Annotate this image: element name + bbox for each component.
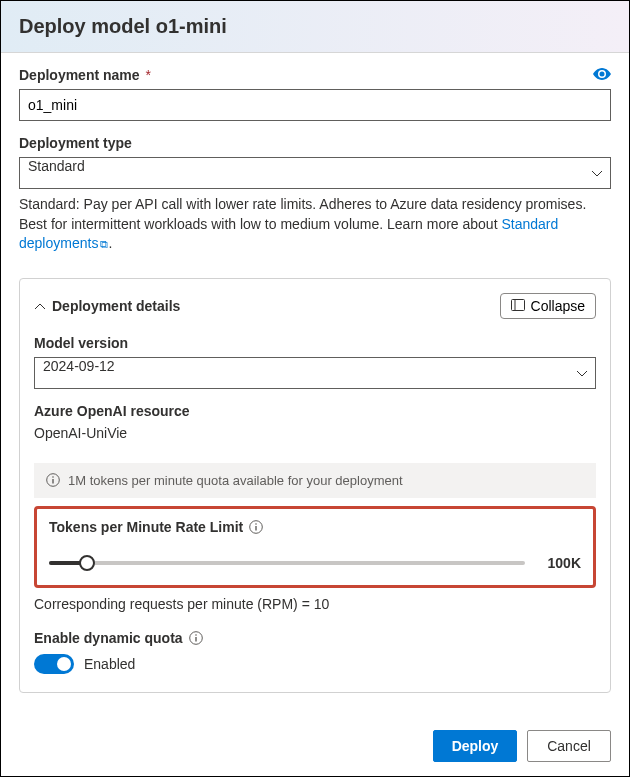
deployment-type-label: Deployment type <box>19 135 132 151</box>
quota-banner: 1M tokens per minute quota available for… <box>34 463 596 498</box>
collapse-icon <box>511 298 525 314</box>
dynamic-quota-toggle[interactable] <box>34 654 74 674</box>
rpm-text: Corresponding requests per minute (RPM) … <box>34 596 596 612</box>
chevron-up-icon <box>34 298 46 314</box>
dynamic-quota-field: Enable dynamic quota Enabled <box>34 630 596 674</box>
slider-thumb[interactable] <box>79 555 95 571</box>
model-version-field: Model version 2024-09-12 <box>34 335 596 389</box>
svg-rect-0 <box>511 299 524 310</box>
dialog-content: Deployment name * Deployment type Standa… <box>1 53 629 716</box>
svg-point-9 <box>195 634 197 636</box>
deployment-name-input[interactable] <box>19 89 611 121</box>
svg-point-3 <box>52 476 54 478</box>
visibility-icon[interactable] <box>593 67 611 83</box>
svg-rect-4 <box>52 479 53 484</box>
dialog-title: Deploy model o1-mini <box>19 15 611 38</box>
info-icon[interactable] <box>189 631 203 645</box>
rate-limit-slider[interactable] <box>49 561 525 565</box>
toggle-status: Enabled <box>84 656 135 672</box>
resource-field: Azure OpenAI resource OpenAI-UniVie <box>34 403 596 441</box>
deployment-details-card: Deployment details Collapse Model versio… <box>19 278 611 693</box>
resource-value: OpenAI-UniVie <box>34 425 596 441</box>
model-version-select[interactable]: 2024-09-12 <box>34 357 596 389</box>
deployment-type-field: Deployment type Standard Standard: Pay p… <box>19 135 611 254</box>
rate-limit-value: 100K <box>539 555 581 571</box>
model-version-label: Model version <box>34 335 596 351</box>
dialog-footer: Deploy Cancel <box>1 716 629 776</box>
info-icon[interactable] <box>249 520 263 534</box>
dialog-header: Deploy model o1-mini <box>1 1 629 53</box>
rate-limit-highlight: Tokens per Minute Rate Limit 100K <box>34 506 596 588</box>
rate-limit-label: Tokens per Minute Rate Limit <box>49 519 243 535</box>
svg-rect-7 <box>256 526 257 531</box>
deployment-name-label: Deployment name <box>19 67 140 83</box>
collapse-button[interactable]: Collapse <box>500 293 596 319</box>
info-icon <box>46 473 60 487</box>
deploy-button[interactable]: Deploy <box>433 730 517 762</box>
resource-label: Azure OpenAI resource <box>34 403 596 419</box>
external-link-icon: ⧉ <box>100 238 108 250</box>
cancel-button[interactable]: Cancel <box>527 730 611 762</box>
svg-rect-10 <box>195 637 196 642</box>
deployment-name-field: Deployment name * <box>19 67 611 121</box>
svg-point-6 <box>255 523 257 525</box>
required-indicator: * <box>145 67 150 83</box>
deployment-type-help: Standard: Pay per API call with lower ra… <box>19 195 611 254</box>
details-title: Deployment details <box>52 298 180 314</box>
deployment-type-select[interactable]: Standard <box>19 157 611 189</box>
dynamic-quota-label: Enable dynamic quota <box>34 630 183 646</box>
